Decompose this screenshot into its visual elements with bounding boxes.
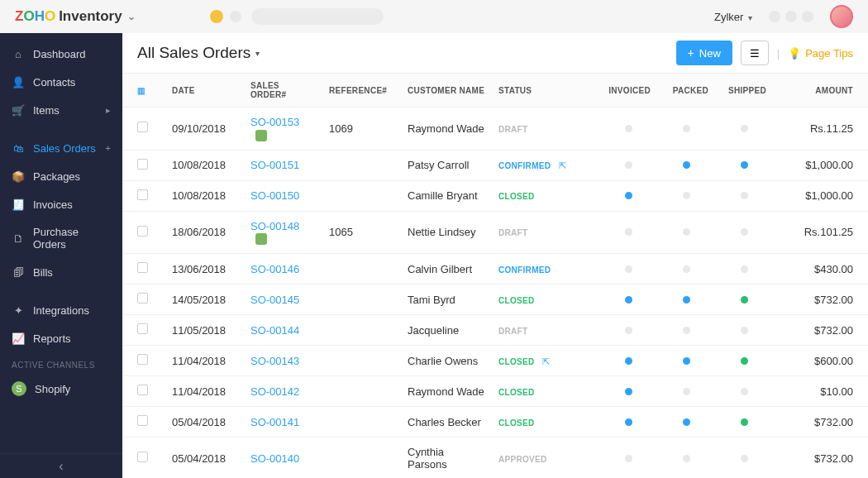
sidebar-item-dashboard[interactable]: ⌂Dashboard [0, 40, 122, 68]
cell-invoiced [599, 407, 657, 437]
table-row[interactable]: 10/08/2018SO-00150Camille BryantCLOSED$1… [122, 180, 868, 211]
sales-order-link[interactable]: SO-00148 [250, 220, 299, 232]
integrations-icon: ✦ [12, 304, 25, 317]
placeholder-pill [251, 8, 384, 25]
column-amount[interactable]: AMOUNT [773, 74, 868, 108]
column-select[interactable]: ▥ [122, 74, 165, 108]
cell-invoiced [599, 346, 657, 376]
cell-invoiced [599, 376, 657, 407]
row-checkbox[interactable] [137, 385, 148, 395]
row-checkbox[interactable] [137, 415, 148, 426]
logo-text: Inventory [59, 8, 122, 25]
sidebar-item-items[interactable]: 🛒Items▸ [0, 96, 122, 124]
row-checkbox[interactable] [137, 452, 148, 462]
cell-amount: $430.00 [773, 254, 868, 284]
sales-order-link[interactable]: SO-00140 [250, 452, 299, 465]
cell-customer: Patsy Carroll [401, 150, 492, 180]
inactive-dot-icon [230, 11, 241, 22]
table-row[interactable]: 09/10/2018SO-001531069Raymond WadeDRAFTR… [122, 108, 868, 151]
cell-packed [657, 150, 715, 180]
table-row[interactable]: 10/08/2018SO-00151Patsy CarrollCONFIRMED… [122, 150, 868, 180]
sales-order-link[interactable]: SO-00141 [250, 416, 299, 428]
list-menu-button[interactable]: ☰ [741, 41, 769, 65]
sales-order-link[interactable]: SO-00144 [250, 324, 299, 337]
sidebar-item-sales[interactable]: 🛍Sales Orders+ [0, 134, 122, 162]
row-checkbox[interactable] [137, 159, 148, 170]
sidebar-item-integrations[interactable]: ✦Integrations [0, 296, 122, 324]
table-row[interactable]: 11/05/2018SO-00144JacquelineDRAFT$732.00 [122, 315, 868, 346]
column-customer[interactable]: CUSTOMER NAME [401, 74, 492, 108]
sales-order-link[interactable]: SO-00153 [250, 116, 299, 128]
status-dot-icon [741, 192, 748, 199]
org-switcher[interactable]: Zylker ▾ [714, 11, 752, 23]
row-checkbox[interactable] [137, 354, 148, 365]
status-dot-icon [625, 192, 632, 199]
sales-order-link[interactable]: SO-00145 [250, 294, 299, 306]
new-button[interactable]: + New [676, 41, 732, 65]
cell-customer: Jacqueline [401, 315, 492, 346]
status-dot-icon [625, 327, 632, 334]
row-checkbox[interactable] [137, 226, 148, 237]
row-checkbox[interactable] [137, 262, 148, 273]
channel-item-shopify[interactable]: SShopify [0, 375, 122, 403]
status-dot-icon [741, 357, 748, 365]
cell-reference [322, 407, 401, 437]
column-invoiced[interactable]: INVOICED [599, 74, 657, 108]
table-row[interactable]: 18/06/2018SO-001481065Nettie LindseyDRAF… [122, 211, 868, 254]
items-icon: 🛒 [12, 103, 25, 117]
sidebar-item-contacts[interactable]: 👤Contacts [0, 68, 122, 96]
caret-down-icon: ▾ [255, 49, 260, 58]
table-row[interactable]: 14/05/2018SO-00145Tami ByrdCLOSED$732.00 [122, 284, 868, 315]
sidebar-item-purchase[interactable]: 🗋Purchase Orders [0, 218, 122, 258]
sidebar-item-label: Dashboard [33, 48, 111, 60]
cell-customer: Raymond Wade [401, 376, 492, 407]
product-logo[interactable]: Z O H O Inventory ⌄ [15, 8, 136, 25]
avatar[interactable] [830, 5, 853, 28]
sidebar-item-tail: ▸ [106, 105, 111, 116]
row-checkbox[interactable] [137, 293, 148, 304]
page-tips-label: Page Tips [805, 47, 853, 60]
sales-icon: 🛍 [12, 141, 25, 155]
row-checkbox[interactable] [137, 189, 148, 200]
view-selector[interactable]: All Sales Orders ▾ [137, 44, 260, 62]
cell-shipped [715, 346, 773, 376]
cell-customer: Raymond Wade [401, 108, 492, 151]
column-status[interactable]: STATUS [492, 74, 599, 108]
logo-letter: O [23, 8, 34, 25]
sidebar-item-invoices[interactable]: 🧾Invoices [0, 190, 122, 218]
sales-order-link[interactable]: SO-00143 [250, 355, 299, 367]
status-dot-icon [683, 125, 690, 132]
external-link-icon[interactable]: ⇱ [559, 160, 566, 170]
sales-order-link[interactable]: SO-00151 [250, 159, 299, 171]
row-checkbox[interactable] [137, 323, 148, 334]
shopify-icon: S [12, 381, 26, 396]
status-dot-icon [625, 296, 632, 304]
table-row[interactable]: 13/06/2018SO-00146Calvin GilbertCONFIRME… [122, 254, 868, 284]
table-row[interactable]: 05/04/2018SO-00141Charles BeckerCLOSED$7… [122, 407, 868, 437]
row-checkbox[interactable] [137, 122, 148, 132]
column-packed[interactable]: PACKED [657, 74, 715, 108]
table-row[interactable]: 11/04/2018SO-00143Charlie OwensCLOSED⇱$6… [122, 346, 868, 376]
status-dot-icon [741, 265, 748, 273]
sidebar-item-bills[interactable]: 🗐Bills [0, 258, 122, 286]
external-link-icon[interactable]: ⇱ [542, 356, 550, 366]
sales-order-link[interactable]: SO-00150 [250, 189, 299, 202]
table-row[interactable]: 11/04/2018SO-00142Raymond WadeCLOSED$10.… [122, 376, 868, 407]
sidebar-item-reports[interactable]: 📈Reports [0, 324, 122, 352]
cell-packed [657, 108, 715, 151]
status-badge: DRAFT [498, 125, 527, 134]
sales-order-link[interactable]: SO-00142 [250, 385, 299, 398]
cell-date: 11/04/2018 [165, 376, 244, 407]
column-sales-order[interactable]: SALES ORDER# [244, 74, 322, 108]
logo-letter: Z [15, 8, 23, 25]
column-reference[interactable]: REFERENCE# [322, 74, 401, 108]
column-shipped[interactable]: SHIPPED [715, 74, 773, 108]
caret-down-icon: ▾ [748, 13, 752, 22]
page-tips-link[interactable]: 💡 Page Tips [788, 47, 853, 60]
sidebar-item-packages[interactable]: 📦Packages [0, 162, 122, 190]
channel-label: Shopify [35, 383, 70, 395]
sales-order-link[interactable]: SO-00146 [250, 263, 299, 275]
sidebar-collapse-button[interactable]: ‹ [0, 453, 122, 478]
table-row[interactable]: 05/04/2018SO-00140Cynthia ParsonsAPPROVE… [122, 437, 868, 478]
column-date[interactable]: DATE [165, 74, 244, 108]
